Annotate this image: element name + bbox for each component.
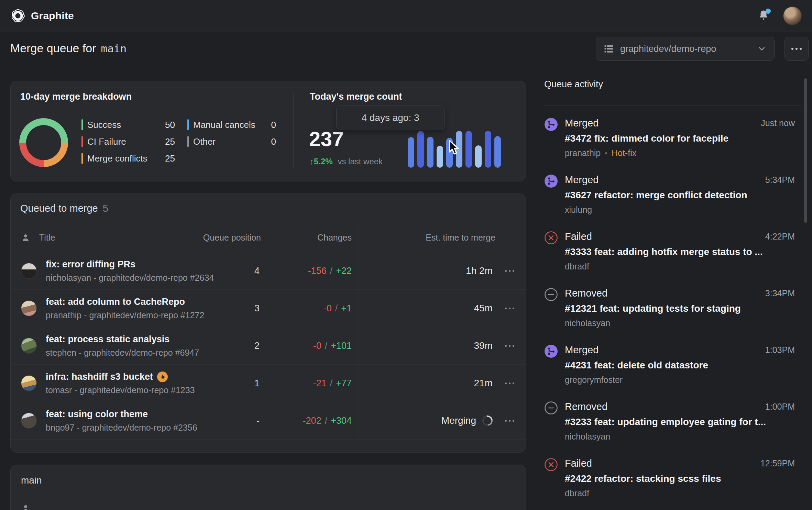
author-separator: • <box>605 149 607 158</box>
additions: +304 <box>331 415 352 426</box>
more-options-icon <box>791 48 802 50</box>
activity-time: 5:34PM <box>765 175 801 185</box>
activity-author: nicholasyan <box>565 432 610 442</box>
row-menu-icon[interactable] <box>505 308 514 309</box>
activity-pr-title: #3472 fix: dimmed color for facepile <box>565 133 801 144</box>
legend-value: 25 <box>165 153 175 164</box>
queued-row[interactable]: feat: add column to CacheRepo pranathip … <box>11 290 526 327</box>
activity-item[interactable]: Failed 4:22PM #3333 feat: adding hotfix … <box>544 231 801 271</box>
activity-status: Failed <box>565 231 592 242</box>
legend-tick <box>81 136 83 147</box>
merge-count-bar[interactable] <box>427 137 434 168</box>
main-branch-card: main <box>10 465 526 510</box>
additions: +1 <box>341 303 352 314</box>
deletions: -0 <box>313 341 321 351</box>
legend-item-manual-cancels: Manual cancels 0 <box>187 119 276 131</box>
activity-time: Just now <box>761 118 801 128</box>
activity-item[interactable]: Merged 1:03PM #4231 feat: delete old dat… <box>544 344 801 385</box>
legend-item-merge-conflicts: Merge conflicts 25 <box>81 153 175 164</box>
activity-pr-title: #3233 feat: updating employee gating for… <box>565 417 801 428</box>
row-menu-icon[interactable] <box>505 420 514 422</box>
row-menu-icon[interactable] <box>505 382 514 384</box>
merging-spinner-icon <box>480 413 495 428</box>
breakdown-legend-col2: Manual cancels 0 Other 0 <box>187 119 276 147</box>
col-changes: Changes <box>317 233 352 243</box>
eta-value: Merging <box>441 415 476 426</box>
notifications-button[interactable] <box>758 9 769 22</box>
activity-pr-title: #12321 feat: updating tests for staging <box>565 303 801 314</box>
queued-title: Queued to merge <box>20 203 98 214</box>
activity-status: Merged <box>565 344 599 356</box>
merge-count-bar[interactable] <box>485 131 491 168</box>
pr-title: infra: hashdiff s3 bucket <box>46 372 153 382</box>
activity-author: nicholasyan <box>565 318 610 328</box>
deletions: -156 <box>308 266 327 276</box>
repo-selector[interactable]: graphitedev/demo-repo <box>596 37 775 61</box>
merge-count-bar[interactable] <box>417 131 424 168</box>
legend-value: 0 <box>271 120 276 130</box>
user-avatar[interactable] <box>783 7 802 25</box>
pr-author-avatar <box>21 413 37 429</box>
merge-count-bar[interactable] <box>408 137 414 168</box>
stats-card: 10-day merge breakdown Success 50 CI Fai… <box>10 81 526 181</box>
deletions: -0 <box>323 303 332 314</box>
queued-row[interactable]: feat: using color theme bngo97 - graphit… <box>11 402 526 440</box>
queued-row[interactable]: fix: error diffing PRs nicholasyan - gra… <box>11 252 526 290</box>
legend-value: 50 <box>165 120 175 130</box>
brand-name: Graphite <box>31 10 74 22</box>
activity-pr-title: #3627 refactor: merge conflict detection <box>565 190 801 201</box>
activity-item[interactable]: Failed 12:59PM #2422 refactor: stacking … <box>544 458 801 498</box>
bar-tooltip: 4 days ago: 3 <box>336 106 445 130</box>
activity-pr-title: #4231 feat: delete old datastore <box>565 360 801 371</box>
activity-item[interactable]: Merged 5:34PM #3627 refactor: merge conf… <box>544 174 801 215</box>
legend-label: Manual cancels <box>193 120 255 130</box>
row-menu-icon[interactable] <box>505 270 514 272</box>
activity-status: Failed <box>565 458 592 469</box>
merge-count-title: Today's merge count <box>310 91 402 102</box>
topbar: Graphite <box>0 0 812 32</box>
delta-suffix: vs last week <box>338 157 383 166</box>
eta-value: 45m <box>474 303 493 314</box>
row-menu-icon[interactable] <box>505 345 514 347</box>
queue-activity-panel: Queue activity Merged Just now #3472 fix… <box>544 79 801 510</box>
queued-row[interactable]: feat: process static analysis stephen - … <box>11 327 526 365</box>
changes-separator: / <box>330 266 333 276</box>
mouse-cursor <box>448 140 462 156</box>
page-more-button[interactable] <box>784 37 809 61</box>
activity-item[interactable]: Removed 1:00PM #3233 feat: updating empl… <box>544 401 801 442</box>
activity-author: dbradf <box>565 262 589 271</box>
activity-author: dbradf <box>565 488 589 498</box>
legend-tick <box>187 136 189 147</box>
delta-up: ↑5.2% <box>310 157 333 166</box>
legend-label: Merge conflicts <box>87 153 147 164</box>
removed-icon <box>544 288 558 301</box>
pr-meta: nicholasyan - graphitedev/demo-repo #263… <box>46 273 214 283</box>
scrollbar-thumb[interactable] <box>804 78 807 223</box>
merge-count-bar[interactable] <box>475 145 482 168</box>
fire-icon <box>157 372 168 382</box>
merge-count-bar[interactable] <box>437 146 443 168</box>
hotfix-tag[interactable]: Hot-fix <box>612 148 636 158</box>
activity-status: Merged <box>565 118 599 129</box>
queued-table-header: Title Queue position Changes Est. time t… <box>11 223 526 252</box>
activity-item[interactable]: Merged Just now #3472 fix: dimmed color … <box>544 118 801 158</box>
additions: +77 <box>336 378 352 389</box>
merge-count-bar[interactable] <box>494 136 501 168</box>
failed-icon <box>544 458 558 472</box>
activity-time: 12:59PM <box>760 458 801 468</box>
brand: Graphite <box>10 8 74 23</box>
merge-count-bar[interactable] <box>465 131 472 168</box>
repo-label: graphitedev/demo-repo <box>620 44 716 54</box>
activity-item[interactable]: Removed 3:34PM #12321 feat: updating tes… <box>544 288 801 328</box>
notification-dot <box>766 9 771 14</box>
activity-status: Removed <box>565 288 607 299</box>
changes-separator: / <box>325 415 328 426</box>
person-icon <box>21 233 30 242</box>
repo-stack-icon <box>604 44 614 54</box>
merge-breakdown-donut-chart[interactable] <box>19 118 68 167</box>
queued-row[interactable]: infra: hashdiff s3 bucket tomasr - graph… <box>11 365 526 402</box>
activity-author: pranathip <box>565 148 601 158</box>
eta-value: 39m <box>474 340 493 351</box>
pr-meta: stephen - graphitedev/demo-repo #6947 <box>46 348 199 358</box>
legend-item-success: Success 50 <box>81 119 175 131</box>
